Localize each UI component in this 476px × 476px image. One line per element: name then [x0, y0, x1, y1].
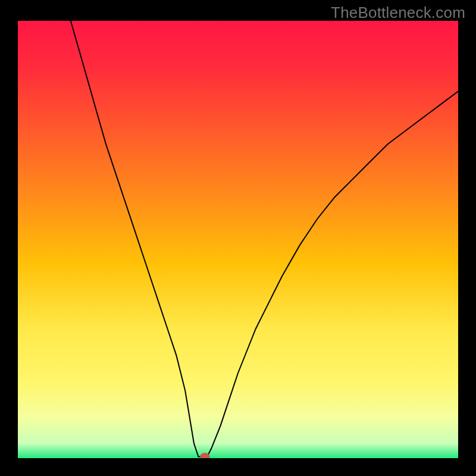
gradient-background	[18, 21, 458, 458]
plot-area	[18, 21, 458, 458]
watermark-text: TheBottleneck.com	[331, 4, 465, 22]
chart-svg	[18, 21, 458, 458]
chart-frame: TheBottleneck.com	[0, 0, 476, 476]
